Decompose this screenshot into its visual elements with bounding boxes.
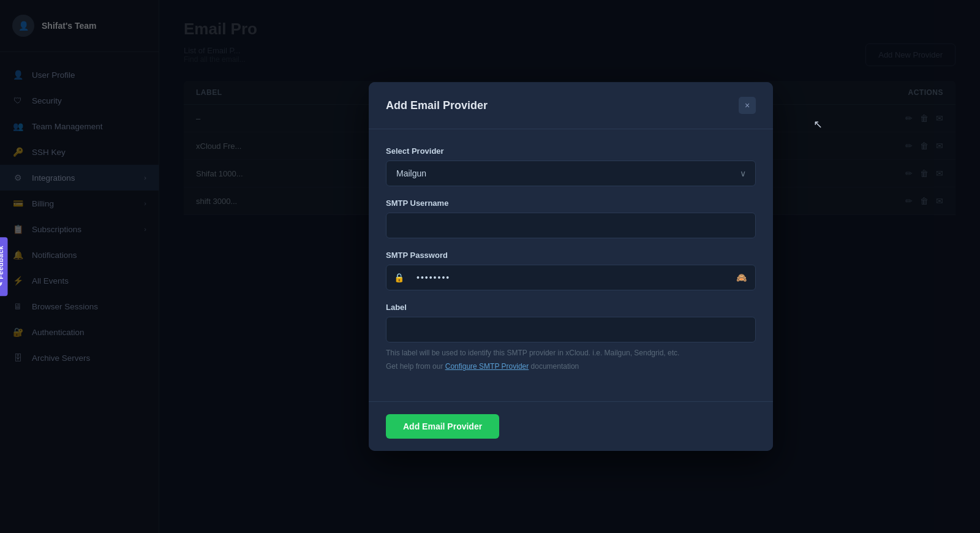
smtp-username-label: SMTP Username bbox=[386, 198, 756, 208]
lock-icon: 🔒 bbox=[386, 273, 412, 282]
select-provider-group: Select Provider Mailgun Sendgrid SMTP Po… bbox=[386, 146, 756, 186]
modal-title: Add Email Provider bbox=[386, 99, 488, 112]
modal-footer: Add Email Provider bbox=[369, 401, 773, 451]
eye-off-icon[interactable]: 🙈 bbox=[728, 273, 755, 282]
add-email-provider-button[interactable]: Add Email Provider bbox=[386, 414, 499, 439]
label-field-label: Label bbox=[386, 303, 756, 312]
smtp-docs-hint: Get help from our Configure SMTP Provide… bbox=[386, 361, 756, 372]
smtp-username-group: SMTP Username bbox=[386, 198, 756, 238]
smtp-username-input[interactable] bbox=[386, 213, 756, 238]
modal-body: Select Provider Mailgun Sendgrid SMTP Po… bbox=[369, 129, 773, 401]
provider-select-wrapper: Mailgun Sendgrid SMTP Postmark bbox=[386, 161, 756, 186]
close-modal-button[interactable]: × bbox=[739, 97, 756, 114]
password-input-wrapper: 🔒 🙈 bbox=[386, 265, 756, 290]
smtp-password-input[interactable] bbox=[412, 265, 728, 290]
smtp-password-group: SMTP Password 🔒 🙈 bbox=[386, 251, 756, 290]
select-provider-label: Select Provider bbox=[386, 146, 756, 156]
label-hint: This label will be used to identify this… bbox=[386, 347, 756, 358]
label-input[interactable] bbox=[386, 317, 756, 342]
modal-header: Add Email Provider × bbox=[369, 82, 773, 129]
feedback-tab[interactable]: ✎ Feedback bbox=[0, 237, 8, 296]
configure-smtp-link[interactable]: Configure SMTP Provider bbox=[445, 362, 529, 371]
feedback-label: ✎ Feedback bbox=[0, 246, 4, 287]
provider-select[interactable]: Mailgun Sendgrid SMTP Postmark bbox=[386, 161, 756, 186]
add-email-provider-modal: Add Email Provider × Select Provider Mai… bbox=[369, 82, 773, 451]
label-group: Label This label will be used to identif… bbox=[386, 303, 756, 372]
smtp-password-label: SMTP Password bbox=[386, 251, 756, 260]
